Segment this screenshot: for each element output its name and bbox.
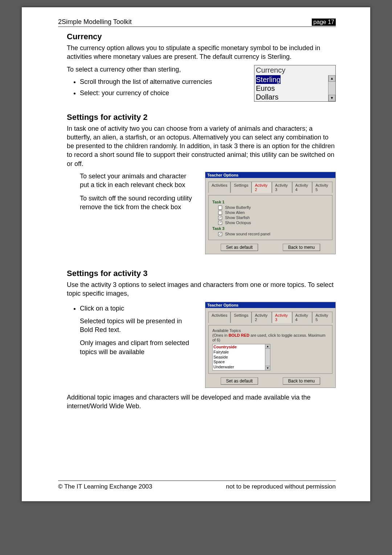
tab-activity-2[interactable]: Activity 2 — [252, 182, 272, 193]
panel-titlebar: Teacher Options — [205, 302, 335, 308]
tab-strip: Activities Settings Activity 2 Activity … — [208, 312, 332, 323]
tab-activity-3[interactable]: Activity 3 — [272, 182, 292, 193]
tab-settings[interactable]: Settings — [230, 182, 252, 193]
activity2-instruction-1: To select your animals and character put… — [80, 172, 194, 190]
task1-label: Task 1 — [212, 200, 328, 204]
currency-option-dollars[interactable]: Dollars — [254, 93, 328, 101]
teacher-options-panel-act2: Teacher Options Activities Settings Acti… — [205, 172, 336, 254]
scroll-up-icon[interactable]: ▲ — [328, 75, 335, 82]
activity3-step-1: Click on a topic — [80, 304, 194, 313]
topics-hint: (Ones in BOLD RED are used, click to tog… — [212, 333, 328, 343]
activity2-heading: Settings for activity 2 — [67, 113, 336, 122]
teacher-options-panel-act3: Teacher Options Activities Settings Acti… — [205, 302, 336, 388]
available-topics-label: Available Topics — [212, 328, 328, 333]
tab-activity-5[interactable]: Activity 5 — [312, 182, 332, 193]
checkbox-row-alien[interactable]: Show Alien — [218, 210, 328, 215]
activity3-intro: Use the activity 3 options to select ima… — [67, 280, 336, 298]
currency-option-sterling[interactable]: Sterling — [254, 75, 328, 84]
checkbox-label: Show Starfish — [225, 215, 250, 220]
checkbox-icon[interactable] — [218, 211, 222, 215]
checkbox-icon[interactable]: ✓ — [218, 221, 222, 225]
checkbox-icon[interactable] — [218, 206, 222, 210]
panel-titlebar: Teacher Options — [205, 172, 335, 178]
topic-countryside[interactable]: Countryside — [213, 345, 264, 350]
currency-selector-title: Currency — [254, 65, 335, 75]
activity2-intro: In task one of activity two you can choo… — [67, 124, 336, 168]
scroll-up-icon[interactable]: ▲ — [265, 344, 270, 349]
checkbox-label: Show Alien — [225, 210, 245, 215]
tab-strip: Activities Settings Activity 2 Activity … — [208, 182, 332, 193]
currency-lead: To select a currency other than sterling… — [67, 65, 243, 74]
page-number-tag: page 17 — [312, 19, 336, 26]
topics-listbox[interactable]: Countryside Fairytale Seaside Space Unde… — [212, 344, 270, 370]
activity3-note-1: Selected topics will be presented in Bol… — [80, 317, 194, 335]
activity3-heading: Settings for activity 3 — [67, 269, 336, 278]
tab-activity-4[interactable]: Activity 4 — [292, 182, 313, 193]
tab-settings[interactable]: Settings — [230, 312, 252, 323]
tab-content-act2: Task 1 Show Butterfly Show Alien ✓Show S… — [208, 195, 332, 240]
topic-fairytale[interactable]: Fairytale — [213, 350, 264, 355]
currency-selector: Currency Sterling Euros Dollars ▲ ▼ — [254, 65, 336, 102]
tab-content-act3: Available Topics (Ones in BOLD RED are u… — [208, 325, 332, 374]
currency-step-2: Select: your currency of choice — [80, 89, 243, 98]
activity3-outro: Additional topic images and characters w… — [67, 393, 336, 411]
task3-label: Task 3 — [212, 226, 328, 231]
back-to-menu-button[interactable]: Back to menu — [283, 244, 320, 251]
scroll-down-icon[interactable]: ▼ — [265, 366, 270, 370]
checkbox-row-starfish[interactable]: ✓Show Starfish — [218, 215, 328, 220]
footer-copyright: © The IT Learning Exchange 2003 — [58, 483, 152, 490]
listbox-scrollbar[interactable]: ▲ ▼ — [265, 344, 270, 370]
header: 2Simple Modelling Toolkit page 17 — [58, 18, 336, 27]
tab-activity-4[interactable]: Activity 4 — [292, 312, 313, 323]
checkbox-row-sound[interactable]: ✓Show sound record panel — [218, 232, 328, 236]
back-to-menu-button[interactable]: Back to menu — [283, 377, 320, 385]
set-default-button[interactable]: Set as default — [221, 377, 258, 385]
checkbox-label: Show sound record panel — [225, 232, 270, 236]
checkbox-label: Show Butterfly — [225, 205, 251, 210]
currency-intro: The currency option allows you to stipul… — [67, 44, 336, 61]
checkbox-label: Show Octopus — [225, 220, 251, 225]
checkbox-icon[interactable]: ✓ — [218, 232, 222, 236]
topic-space[interactable]: Space — [213, 360, 264, 365]
set-default-button[interactable]: Set as default — [221, 244, 258, 251]
topic-seaside[interactable]: Seaside — [213, 355, 264, 360]
page: 2Simple Modelling Toolkit page 17 Curren… — [22, 7, 370, 501]
topic-underwater[interactable]: Underwater — [213, 365, 264, 370]
scroll-down-icon[interactable]: ▼ — [328, 95, 335, 101]
activity3-note-2: Only images and clipart from selected to… — [80, 339, 194, 356]
checkbox-icon[interactable]: ✓ — [218, 216, 222, 220]
tab-activity-2[interactable]: Activity 2 — [252, 312, 272, 323]
currency-heading: Currency — [67, 32, 336, 41]
currency-option-euros[interactable]: Euros — [254, 84, 328, 93]
page-footer: © The IT Learning Exchange 2003 not to b… — [58, 481, 336, 490]
checkbox-row-octopus[interactable]: ✓Show Octopus — [218, 220, 328, 225]
tab-activity-3[interactable]: Activity 3 — [272, 312, 292, 323]
footer-notice: not to be reproduced without permission — [226, 483, 336, 490]
currency-scrollbar[interactable]: ▲ ▼ — [328, 75, 335, 101]
tab-activity-5[interactable]: Activity 5 — [312, 312, 332, 323]
checkbox-row-butterfly[interactable]: Show Butterfly — [218, 205, 328, 210]
tab-activities[interactable]: Activities — [208, 312, 230, 323]
doc-title: 2Simple Modelling Toolkit — [58, 18, 132, 26]
currency-step-1: Scroll through the list of alternative c… — [80, 77, 243, 86]
tab-activities[interactable]: Activities — [208, 182, 230, 193]
activity2-instruction-2: To switch off the sound recording utilit… — [80, 194, 194, 212]
